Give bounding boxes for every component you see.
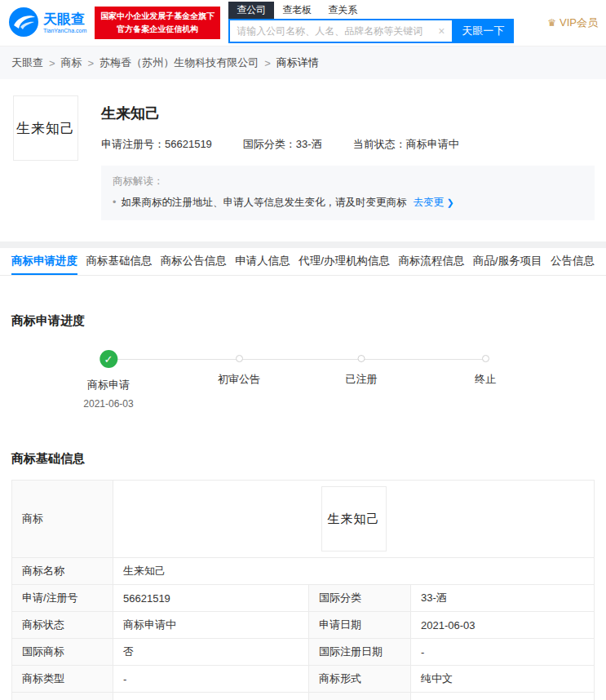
badge-line2: 官方备案企业征信机构 — [100, 23, 215, 36]
step-label: 终止 — [475, 372, 496, 387]
meta-status-label: 当前状态： — [353, 138, 406, 150]
meta-status-value: 商标申请中 — [406, 138, 459, 150]
tab-announcement-info[interactable]: 商标公告信息 — [161, 248, 227, 275]
cell-value: 33-酒 — [411, 585, 595, 612]
cell-value: 商标申请中 — [113, 612, 309, 639]
meta-reg-number-value: 56621519 — [165, 138, 212, 150]
step-registered: 已注册 — [346, 350, 378, 387]
table-row: 国际商标 否 国际注册日期 - — [12, 639, 595, 666]
tab-flow-info[interactable]: 商标流程信息 — [398, 248, 464, 275]
search-box: 查公司 查老板 查关系 × 天眼一下 — [228, 2, 514, 43]
cell-value: 生来知己 — [113, 481, 595, 558]
cell-label: 国际注册日期 — [309, 639, 411, 666]
cell-label: 后期指定日期? — [309, 693, 411, 700]
step-date: 2021-06-03 — [83, 398, 133, 410]
table-row: 申请/注册号 56621519 国际分类 33-酒 — [12, 585, 595, 612]
cell-value: 生来知己 — [113, 558, 595, 585]
table-row: 商标类型 - 商标形式 纯中文 — [12, 666, 595, 693]
search-type-tabs: 查公司 查老板 查关系 — [228, 2, 514, 19]
meta-reg-number: 申请注册号：56621519 — [101, 137, 212, 152]
breadcrumb-separator: > — [88, 57, 95, 69]
trademark-summary: 生来知己 生来知己 申请注册号：56621519 国际分类：33-酒 当前状态：… — [0, 79, 606, 241]
tab-basic-info[interactable]: 商标基础信息 — [86, 248, 152, 275]
vip-link[interactable]: ♛ VIP会员 — [547, 16, 598, 30]
tianyancha-logo-icon — [8, 7, 39, 40]
breadcrumb-separator: > — [49, 57, 55, 69]
change-trademark-link[interactable]: 去变更 ❯ — [413, 197, 453, 208]
cell-label: 申请/注册号 — [12, 585, 113, 612]
cell-label: 商标状态 — [12, 612, 113, 639]
breadcrumb-item-home[interactable]: 天眼查 — [11, 55, 43, 70]
cell-label: 商标 — [12, 481, 113, 558]
breadcrumb-item-trademark[interactable]: 商标 — [61, 55, 82, 70]
meta-intl-class-label: 国际分类： — [243, 138, 296, 150]
breadcrumb-item-company[interactable]: 苏梅香（苏州）生物科技有限公司 — [100, 55, 259, 70]
step-dot-icon — [482, 355, 489, 362]
step-preliminary-announcement: 初审公告 — [218, 350, 260, 387]
logo-name: 天眼查 — [43, 12, 86, 28]
step-applied: ✓ 商标申请 2021-06-03 — [83, 350, 133, 410]
cell-label: 申请日期 — [309, 612, 411, 639]
progress-timeline: ✓ 商标申请 2021-06-03 初审公告 已注册 终止 — [11, 350, 595, 420]
breadcrumb-item-current: 商标详情 — [276, 55, 319, 70]
cell-label: 国际商标 — [12, 639, 113, 666]
cell-label: 商标形式 — [309, 666, 411, 693]
search-button[interactable]: 天眼一下 — [452, 19, 514, 43]
cell-label: 国际分类 — [309, 585, 411, 612]
cell-value: - — [411, 639, 595, 666]
timeline-line — [108, 359, 485, 360]
app-logo[interactable]: 天眼查 TianYanCha.com — [8, 7, 86, 40]
certification-badge: 国家中小企业发展子基金全旗下 官方备案企业征信机构 — [95, 7, 220, 39]
cell-label: 商标类型 — [12, 666, 113, 693]
step-dot-icon — [358, 355, 365, 362]
clear-icon[interactable]: × — [431, 24, 452, 38]
tab-applicant-info[interactable]: 申请人信息 — [235, 248, 290, 275]
basic-info-section-title: 商标基础信息 — [11, 451, 595, 467]
progress-section-title: 商标申请进度 — [11, 313, 595, 329]
meta-intl-class-value: 33-酒 — [296, 138, 322, 150]
top-bar: 天眼查 TianYanCha.com 国家中小企业发展子基金全旗下 官方备案企业… — [0, 0, 606, 47]
step-label: 已注册 — [346, 372, 378, 387]
progress-section: 商标申请进度 ✓ 商标申请 2021-06-03 初审公告 已注册 终止 — [0, 276, 606, 428]
logo-domain: TianYanCha.com — [43, 28, 86, 34]
trademark-thumbnail: 生来知己 — [13, 95, 78, 161]
search-input[interactable] — [230, 25, 431, 37]
tab-gazette-info[interactable]: 公告信息 — [551, 248, 595, 275]
meta-status: 当前状态：商标申请中 — [353, 137, 459, 152]
chevron-right-icon: ❯ — [446, 197, 453, 207]
cell-value: 否 — [113, 639, 309, 666]
table-row: 商标名称 生来知己 — [12, 558, 595, 585]
page-title: 生来知己 — [101, 104, 595, 123]
cell-value: - — [411, 693, 595, 700]
section-divider — [0, 241, 606, 248]
crown-icon: ♛ — [547, 17, 556, 29]
search-tab-relation[interactable]: 查关系 — [320, 2, 365, 19]
trademark-image: 生来知己 — [321, 486, 387, 552]
cell-value: - — [113, 666, 309, 693]
cell-value: 56621519 — [113, 585, 309, 612]
basic-info-section: 商标基础信息 商标 生来知己 商标名称 生来知己 申请/注册号 56621519… — [0, 428, 606, 700]
tab-goods-services[interactable]: 商品/服务项目 — [473, 248, 542, 275]
badge-line1: 国家中小企业发展子基金全旗下 — [100, 10, 215, 23]
step-terminated: 终止 — [475, 350, 496, 387]
step-dot-icon — [236, 355, 243, 362]
check-icon: ✓ — [100, 350, 117, 368]
basic-info-table: 商标 生来知己 商标名称 生来知己 申请/注册号 56621519 国际分类 3… — [11, 480, 595, 700]
search-tab-company[interactable]: 查公司 — [228, 2, 274, 19]
tab-agency-info[interactable]: 代理/办理机构信息 — [299, 248, 390, 275]
tip-title: 商标解读： — [113, 175, 583, 188]
vip-label: VIP会员 — [560, 16, 598, 30]
table-row: 优先权日期? - 后期指定日期? - — [12, 693, 595, 700]
meta-intl-class: 国际分类：33-酒 — [243, 137, 322, 152]
cell-value: 2021-06-03 — [411, 612, 595, 639]
bullet-icon: • — [113, 197, 116, 208]
table-row: 商标状态 商标申请中 申请日期 2021-06-03 — [12, 612, 595, 639]
tip-box: 商标解读： •如果商标的注册地址、申请人等信息发生变化，请及时变更商标去变更 ❯ — [101, 166, 595, 220]
tab-progress[interactable]: 商标申请进度 — [11, 248, 77, 275]
breadcrumb-separator: > — [264, 57, 271, 69]
cell-label: 商标名称 — [12, 558, 113, 585]
search-tab-boss[interactable]: 查老板 — [274, 2, 320, 19]
search-field: × — [228, 19, 452, 43]
table-row: 商标 生来知己 — [12, 481, 595, 558]
breadcrumb: 天眼查 > 商标 > 苏梅香（苏州）生物科技有限公司 > 商标详情 — [0, 47, 606, 79]
